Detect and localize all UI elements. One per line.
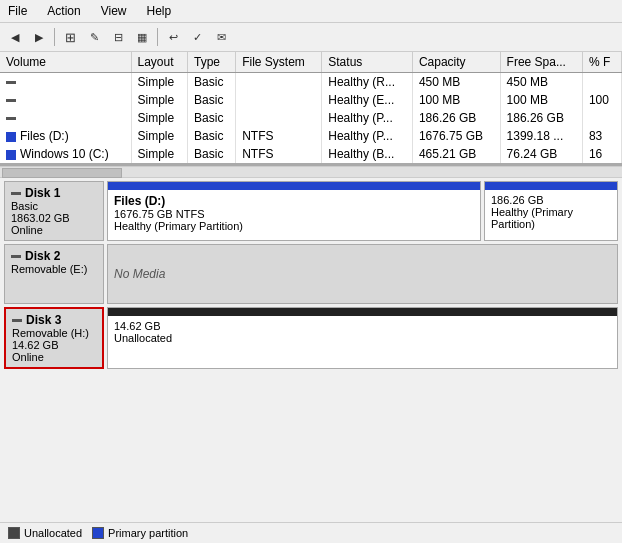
toolbar-back[interactable]: ◀ — [4, 26, 26, 48]
col-type: Type — [188, 52, 236, 73]
partition-name: Files (D:) — [114, 194, 474, 208]
table-cell: Simple — [131, 91, 188, 109]
table-cell — [582, 109, 621, 127]
disk-area: Disk 1Basic1863.02 GBOnlineFiles (D:)167… — [0, 178, 622, 522]
volume-table-container: Volume Layout Type File System Status Ca… — [0, 52, 622, 166]
table-cell: 76.24 GB — [500, 145, 582, 163]
col-freespace: Free Spa... — [500, 52, 582, 73]
disk-type: Removable (H:) — [12, 327, 96, 339]
partition[interactable]: Files (D:)1676.75 GB NTFSHealthy (Primar… — [107, 181, 481, 241]
disk-partitions: Files (D:)1676.75 GB NTFSHealthy (Primar… — [107, 181, 618, 241]
disk-no-media: No Media — [107, 244, 618, 304]
table-row[interactable]: SimpleBasicHealthy (R...450 MB450 MB — [0, 73, 622, 92]
table-cell: Basic — [188, 91, 236, 109]
table-cell: 1676.75 GB — [412, 127, 500, 145]
menu-help[interactable]: Help — [143, 2, 176, 20]
legend-box-primary — [92, 527, 104, 539]
menu-action[interactable]: Action — [43, 2, 84, 20]
table-cell: 83 — [582, 127, 621, 145]
table-cell — [582, 73, 621, 92]
table-cell: Windows 10 (C:) — [0, 145, 131, 163]
table-cell — [236, 109, 322, 127]
menu-view[interactable]: View — [97, 2, 131, 20]
menu-file[interactable]: File — [4, 2, 31, 20]
col-capacity: Capacity — [412, 52, 500, 73]
toolbar-check[interactable]: ✓ — [186, 26, 208, 48]
table-cell: Files (D:) — [0, 127, 131, 145]
disk-row: Disk 2Removable (E:)No Media — [4, 244, 618, 304]
volume-icon — [6, 150, 16, 160]
table-cell — [0, 109, 131, 127]
col-status: Status — [322, 52, 413, 73]
table-row[interactable]: Windows 10 (C:)SimpleBasicNTFSHealthy (B… — [0, 145, 622, 163]
table-cell — [0, 73, 131, 92]
disk-name: Disk 1 — [11, 186, 97, 200]
partition[interactable]: 186.26 GBHealthy (Primary Partition) — [484, 181, 618, 241]
legend-label-unallocated: Unallocated — [24, 527, 82, 539]
table-row[interactable]: Files (D:)SimpleBasicNTFSHealthy (P...16… — [0, 127, 622, 145]
toolbar-mail[interactable]: ✉ — [210, 26, 232, 48]
col-percent: % F — [582, 52, 621, 73]
partition-icon — [6, 117, 16, 120]
legend-primary: Primary partition — [92, 527, 188, 539]
table-cell: 1399.18 ... — [500, 127, 582, 145]
disk-type: Removable (E:) — [11, 263, 97, 275]
table-cell: Simple — [131, 73, 188, 92]
scrollbar-thumb[interactable] — [2, 168, 122, 178]
disk-status: Online — [12, 351, 96, 363]
disk-status: Online — [11, 224, 97, 236]
toolbar-remove[interactable]: ⊟ — [107, 26, 129, 48]
table-cell: Basic — [188, 73, 236, 92]
table-row[interactable]: SimpleBasicHealthy (P...186.26 GB186.26 … — [0, 109, 622, 127]
partition-status: Unallocated — [114, 332, 611, 344]
toolbar-undo[interactable]: ↩ — [162, 26, 184, 48]
table-cell: Simple — [131, 145, 188, 163]
table-cell: 186.26 GB — [412, 109, 500, 127]
disk-name: Disk 3 — [12, 313, 96, 327]
partition-size: 1676.75 GB NTFS — [114, 208, 474, 220]
disk-label[interactable]: Disk 3Removable (H:)14.62 GBOnline — [4, 307, 104, 369]
disk-icon — [12, 319, 22, 322]
table-cell: Simple — [131, 127, 188, 145]
disk-type: Basic — [11, 200, 97, 212]
disk-size: 1863.02 GB — [11, 212, 97, 224]
disk-icon — [11, 255, 21, 258]
col-layout: Layout — [131, 52, 188, 73]
partition-icon — [6, 81, 16, 84]
table-cell: Healthy (P... — [322, 127, 413, 145]
table-header-row: Volume Layout Type File System Status Ca… — [0, 52, 622, 73]
disk-label[interactable]: Disk 1Basic1863.02 GBOnline — [4, 181, 104, 241]
menu-bar: File Action View Help — [0, 0, 622, 23]
table-cell: Basic — [188, 109, 236, 127]
toolbar: ◀ ▶ ⊞ ✎ ⊟ ▦ ↩ ✓ ✉ — [0, 23, 622, 52]
disk-label[interactable]: Disk 2Removable (E:) — [4, 244, 104, 304]
toolbar-forward[interactable]: ▶ — [28, 26, 50, 48]
legend-box-unallocated — [8, 527, 20, 539]
toolbar-sep1 — [54, 28, 55, 46]
table-cell: 100 MB — [500, 91, 582, 109]
partition-status: Healthy (Primary Partition) — [114, 220, 474, 232]
table-row[interactable]: SimpleBasicHealthy (E...100 MB100 MB100 — [0, 91, 622, 109]
table-cell: Basic — [188, 127, 236, 145]
partition-size: 186.26 GB — [491, 194, 611, 206]
table-cell: Healthy (B... — [322, 145, 413, 163]
toolbar-edit[interactable]: ✎ — [83, 26, 105, 48]
toolbar-properties[interactable]: ⊞ — [59, 26, 81, 48]
partition[interactable]: 14.62 GBUnallocated — [107, 307, 618, 369]
table-cell: 450 MB — [500, 73, 582, 92]
table-cell: 16 — [582, 145, 621, 163]
table-cell: NTFS — [236, 127, 322, 145]
table-cell — [236, 73, 322, 92]
main-layout: Volume Layout Type File System Status Ca… — [0, 52, 622, 543]
table-cell: Healthy (E... — [322, 91, 413, 109]
disk-row: Disk 1Basic1863.02 GBOnlineFiles (D:)167… — [4, 181, 618, 241]
table-cell: 100 — [582, 91, 621, 109]
disk-name: Disk 2 — [11, 249, 97, 263]
horizontal-scrollbar[interactable] — [0, 166, 622, 178]
legend-unallocated: Unallocated — [8, 527, 82, 539]
col-filesystem: File System — [236, 52, 322, 73]
table-cell: 465.21 GB — [412, 145, 500, 163]
partition-size: 14.62 GB — [114, 320, 611, 332]
disk-icon — [11, 192, 21, 195]
toolbar-grid[interactable]: ▦ — [131, 26, 153, 48]
